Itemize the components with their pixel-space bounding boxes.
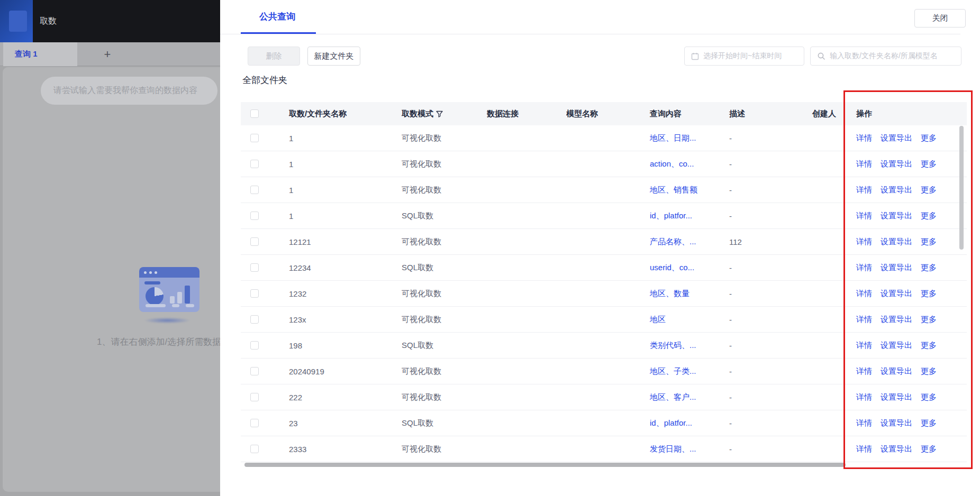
query-content-link[interactable]: 类别代码、... [650, 341, 696, 351]
row-checkbox[interactable] [250, 212, 259, 220]
row-checkbox[interactable] [250, 289, 259, 298]
row-checkbox[interactable] [250, 445, 259, 453]
select-all-checkbox[interactable] [250, 109, 259, 118]
query-content-link[interactable]: 地区、日期... [650, 133, 696, 143]
query-content-link[interactable]: 地区 [650, 315, 666, 325]
query-content-link[interactable]: 地区、子类... [650, 366, 696, 376]
row-checkbox[interactable] [250, 367, 259, 375]
search-input[interactable]: 输入取数/文件夹名称/所属模型名 [810, 47, 961, 66]
action-export-link[interactable]: 设置导出 [881, 315, 912, 325]
row-mode: 可视化取数 [400, 185, 487, 195]
action-detail-link[interactable]: 详情 [856, 392, 872, 402]
row-mode: 可视化取数 [400, 444, 487, 454]
action-more-link[interactable]: 更多 [921, 418, 937, 428]
action-export-link[interactable]: 设置导出 [881, 418, 912, 428]
action-more-link[interactable]: 更多 [921, 444, 937, 454]
table-row: 12121 可视化取数 产品名称、... 112 详情 设置导出 更多 [241, 229, 967, 255]
table-row: 20240919 可视化取数 地区、子类... - 详情 设置导出 更多 [241, 359, 967, 384]
action-export-link[interactable]: 设置导出 [881, 237, 912, 247]
action-export-link[interactable]: 设置导出 [881, 341, 912, 351]
action-detail-link[interactable]: 详情 [856, 185, 872, 195]
action-export-link[interactable]: 设置导出 [881, 289, 912, 299]
query-content-link[interactable]: 产品名称、... [650, 237, 696, 247]
row-checkbox[interactable] [250, 393, 259, 401]
action-more-link[interactable]: 更多 [921, 237, 937, 247]
vertical-scrollbar[interactable] [959, 126, 964, 250]
action-export-link[interactable]: 设置导出 [881, 185, 912, 195]
row-mode: SQL取数 [400, 418, 487, 428]
illustration-titlebar [139, 267, 199, 278]
action-export-link[interactable]: 设置导出 [881, 263, 912, 273]
row-checkbox[interactable] [250, 134, 259, 142]
action-export-link[interactable]: 设置导出 [881, 444, 912, 454]
action-detail-link[interactable]: 详情 [856, 237, 872, 247]
close-button[interactable]: 关闭 [914, 9, 966, 27]
row-checkbox[interactable] [250, 263, 259, 272]
row-checkbox[interactable] [250, 237, 259, 246]
action-more-link[interactable]: 更多 [921, 392, 937, 402]
row-desc: - [726, 341, 774, 350]
row-checkbox[interactable] [250, 160, 259, 168]
action-more-link[interactable]: 更多 [921, 289, 937, 299]
header-actions: 操作 [845, 109, 967, 119]
action-detail-link[interactable]: 详情 [856, 315, 872, 325]
row-mode: SQL取数 [400, 341, 487, 351]
action-export-link[interactable]: 设置导出 [881, 159, 912, 169]
tab-active-underline [241, 32, 316, 34]
query-workspace: 请尝试输入需要我帮你查询的数据内容 1、请在右侧添加/选择所需数据 [3, 67, 220, 492]
query-content-link[interactable]: userid、co... [650, 263, 694, 273]
row-desc: - [726, 419, 774, 428]
query-content-link[interactable]: 地区、客户... [650, 392, 696, 402]
pie-chart-icon [146, 287, 164, 305]
action-more-link[interactable]: 更多 [921, 211, 937, 221]
action-detail-link[interactable]: 详情 [856, 341, 872, 351]
query-content-link[interactable]: id、platfor... [650, 418, 692, 428]
row-name: 23 [286, 419, 400, 428]
action-export-link[interactable]: 设置导出 [881, 211, 912, 221]
row-name: 12234 [286, 263, 400, 272]
delete-button[interactable]: 删除 [248, 47, 300, 66]
table-row: 23 SQL取数 id、platfor... - 详情 设置导出 更多 [241, 410, 967, 436]
table-row: 123x 可视化取数 地区 - 详情 设置导出 更多 [241, 307, 967, 333]
query-content-link[interactable]: action、co... [650, 159, 694, 169]
action-detail-link[interactable]: 详情 [856, 211, 872, 221]
tab-public-query[interactable]: 公共查询 [259, 11, 295, 23]
action-more-link[interactable]: 更多 [921, 159, 937, 169]
action-detail-link[interactable]: 详情 [856, 418, 872, 428]
ai-query-input[interactable]: 请尝试输入需要我帮你查询的数据内容 [41, 77, 217, 105]
query-content-link[interactable]: id、platfor... [650, 211, 692, 221]
row-checkbox[interactable] [250, 186, 259, 194]
action-more-link[interactable]: 更多 [921, 366, 937, 376]
horizontal-scrollbar[interactable] [244, 463, 846, 467]
action-export-link[interactable]: 设置导出 [881, 366, 912, 376]
action-more-link[interactable]: 更多 [921, 341, 937, 351]
query-content-link[interactable]: 发货日期、... [650, 444, 696, 454]
row-checkbox[interactable] [250, 341, 259, 350]
action-detail-link[interactable]: 详情 [856, 263, 872, 273]
row-name: 222 [286, 393, 400, 402]
row-name: 1 [286, 134, 400, 143]
row-checkbox[interactable] [250, 315, 259, 324]
row-desc: 112 [726, 237, 774, 246]
action-export-link[interactable]: 设置导出 [881, 133, 912, 143]
query-content-link[interactable]: 地区、数量 [650, 289, 689, 299]
query-content-link[interactable]: 地区、销售额 [650, 185, 697, 195]
action-more-link[interactable]: 更多 [921, 263, 937, 273]
filter-icon[interactable] [436, 111, 443, 117]
action-detail-link[interactable]: 详情 [856, 289, 872, 299]
row-name: 198 [286, 341, 400, 350]
screen: 取数 查询 1 + 请尝试输入需要我帮你查询的数据内容 1、请在右侧 [0, 0, 980, 496]
row-checkbox[interactable] [250, 419, 259, 427]
action-detail-link[interactable]: 详情 [856, 133, 872, 143]
add-tab-button[interactable]: + [97, 42, 118, 66]
date-range-input[interactable]: 选择开始时间~结束时间 [684, 47, 804, 66]
action-more-link[interactable]: 更多 [921, 133, 937, 143]
action-more-link[interactable]: 更多 [921, 185, 937, 195]
action-more-link[interactable]: 更多 [921, 315, 937, 325]
new-folder-button[interactable]: 新建文件夹 [307, 47, 360, 66]
action-detail-link[interactable]: 详情 [856, 159, 872, 169]
action-detail-link[interactable]: 详情 [856, 366, 872, 376]
action-export-link[interactable]: 设置导出 [881, 392, 912, 402]
action-detail-link[interactable]: 详情 [856, 444, 872, 454]
tab-query-1[interactable]: 查询 1 [3, 42, 77, 66]
